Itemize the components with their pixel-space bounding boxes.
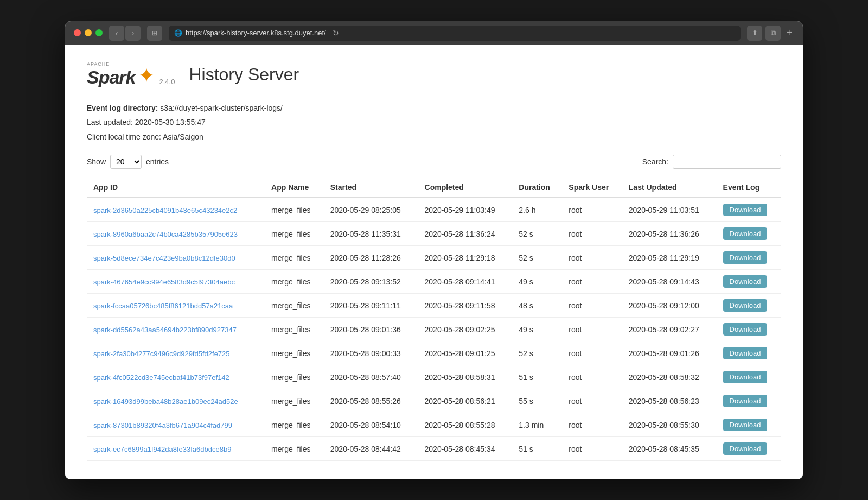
cell-spark-user: root — [562, 294, 622, 318]
download-button[interactable]: Download — [723, 227, 768, 240]
download-button[interactable]: Download — [723, 419, 768, 431]
show-label: Show — [87, 157, 106, 166]
cell-app-name: merge_files — [265, 389, 324, 413]
download-button[interactable]: Download — [723, 395, 768, 407]
table-row: spark-2d3650a225cb4091b43e65c43234e2c2me… — [87, 198, 781, 222]
app-id-link[interactable]: spark-467654e9cc994e6583d9c5f97304aebc — [93, 278, 235, 286]
cell-last-updated: 2020-05-28 09:01:26 — [622, 341, 717, 365]
show-select[interactable]: 20 50 100 — [110, 155, 142, 169]
app-id-link[interactable]: spark-4fc0522cd3e745ecbaf41b73f97ef142 — [93, 374, 229, 382]
globe-icon: 🌐 — [174, 29, 182, 37]
table-row: spark-dd5562a43aa54694b223bf890d927347me… — [87, 318, 781, 341]
download-button[interactable]: Download — [723, 275, 768, 288]
download-button[interactable]: Download — [723, 347, 768, 359]
cell-app-name: merge_files — [265, 294, 324, 318]
tab-manager-button[interactable]: ⧉ — [765, 26, 781, 41]
sidebar-button[interactable]: ⊞ — [147, 26, 162, 41]
browser-window: ‹ › ⊞ 🌐 https://spark-history-server.k8s… — [65, 21, 803, 479]
cell-event-log: Download — [717, 437, 781, 461]
app-id-link[interactable]: spark-2fa30b4277c9496c9d929fd5fd2fe725 — [93, 350, 230, 358]
back-button[interactable]: ‹ — [109, 26, 124, 41]
app-id-link[interactable]: spark-5d8ece734e7c423e9ba0b8c12dfe30d0 — [93, 254, 235, 262]
cell-event-log: Download — [717, 246, 781, 270]
cell-app-id: spark-16493d99beba48b28ae1b09ec24ad52e — [87, 389, 265, 413]
cell-spark-user: root — [562, 413, 622, 437]
cell-started: 2020-05-29 08:25:05 — [324, 198, 418, 222]
cell-app-id: spark-fccaa05726bc485f86121bdd57a21caa — [87, 294, 265, 318]
cell-started: 2020-05-28 09:11:11 — [324, 294, 418, 318]
download-button[interactable]: Download — [723, 299, 768, 312]
reload-button[interactable]: ↻ — [333, 29, 339, 37]
share-button[interactable]: ⬆ — [747, 26, 762, 41]
cell-completed: 2020-05-28 09:14:41 — [418, 270, 513, 294]
app-id-link[interactable]: spark-16493d99beba48b28ae1b09ec24ad52e — [93, 397, 238, 406]
cell-spark-user: root — [562, 318, 622, 341]
cell-app-id: spark-2fa30b4277c9496c9d929fd5fd2fe725 — [87, 341, 265, 365]
cell-last-updated: 2020-05-28 08:56:23 — [622, 389, 717, 413]
cell-started: 2020-05-28 09:01:36 — [324, 318, 418, 341]
cell-completed: 2020-05-28 09:11:58 — [418, 294, 513, 318]
cell-duration: 48 s — [512, 294, 562, 318]
table-row: spark-8960a6baa2c74b0ca4285b357905e623me… — [87, 222, 781, 246]
cell-completed: 2020-05-28 08:58:31 — [418, 365, 513, 389]
maximize-button[interactable] — [95, 29, 103, 36]
cell-last-updated: 2020-05-28 09:02:27 — [622, 318, 717, 341]
timezone-row: Client local time zone: Asia/Saigon — [87, 130, 781, 144]
cell-duration: 51 s — [512, 365, 562, 389]
add-tab-button[interactable]: + — [784, 26, 794, 41]
log-dir-row: Event log directory: s3a://duyet-spark-c… — [87, 101, 781, 116]
download-button[interactable]: Download — [723, 251, 768, 264]
spark-text: Spark — [87, 67, 136, 88]
close-button[interactable] — [74, 29, 81, 36]
cell-app-id: spark-5d8ece734e7c423e9ba0b8c12dfe30d0 — [87, 246, 265, 270]
cell-started: 2020-05-28 09:00:33 — [324, 341, 418, 365]
address-bar[interactable]: 🌐 https://spark-history-server.k8s.stg.d… — [169, 26, 741, 41]
table-row: spark-2fa30b4277c9496c9d929fd5fd2fe725me… — [87, 341, 781, 365]
download-button[interactable]: Download — [723, 204, 768, 216]
last-updated-value: 2020-05-30 13:55:47 — [135, 118, 206, 126]
cell-spark-user: root — [562, 246, 622, 270]
forward-button[interactable]: › — [125, 26, 141, 41]
col-completed: Completed — [418, 178, 513, 198]
search-section: Search: — [642, 155, 781, 169]
cell-completed: 2020-05-28 09:01:25 — [418, 341, 513, 365]
col-app-name: App Name — [265, 178, 324, 198]
cell-spark-user: root — [562, 365, 622, 389]
col-started: Started — [324, 178, 418, 198]
cell-completed: 2020-05-28 11:29:18 — [418, 246, 513, 270]
cell-app-id: spark-467654e9cc994e6583d9c5f97304aebc — [87, 270, 265, 294]
timezone-value: Asia/Saigon — [163, 132, 203, 141]
entries-label: entries — [146, 157, 169, 166]
browser-titlebar: ‹ › ⊞ 🌐 https://spark-history-server.k8s… — [65, 21, 803, 45]
app-id-link[interactable]: spark-2d3650a225cb4091b43e65c43234e2c2 — [93, 206, 237, 214]
table-row: spark-fccaa05726bc485f86121bdd57a21caame… — [87, 294, 781, 318]
app-id-link[interactable]: spark-dd5562a43aa54694b223bf890d927347 — [93, 326, 237, 334]
log-dir-label: Event log directory: — [87, 104, 158, 112]
download-button[interactable]: Download — [723, 371, 768, 383]
search-input[interactable] — [673, 155, 781, 169]
cell-duration: 52 s — [512, 341, 562, 365]
cell-event-log: Download — [717, 389, 781, 413]
download-button[interactable]: Download — [723, 442, 768, 455]
nav-buttons: ‹ › — [109, 26, 141, 41]
app-id-link[interactable]: spark-8960a6baa2c74b0ca4285b357905e623 — [93, 230, 238, 238]
spark-logo: APACHE Spark ✦ 2.4.0 — [87, 61, 175, 88]
url-text: https://spark-history-server.k8s.stg.duy… — [186, 29, 326, 37]
cell-spark-user: root — [562, 270, 622, 294]
app-id-link[interactable]: spark-87301b89320f4a3fb671a904c4fad799 — [93, 421, 232, 429]
app-header: APACHE Spark ✦ 2.4.0 History Server — [87, 61, 781, 88]
app-id-link[interactable]: spark-ec7c6899a1f942da8fe33fa6dbdce8b9 — [93, 445, 231, 453]
col-app-id: App ID — [87, 178, 265, 198]
cell-last-updated: 2020-05-28 08:45:35 — [622, 437, 717, 461]
toolbar-right: ⬆ ⧉ + — [747, 26, 794, 41]
cell-duration: 49 s — [512, 270, 562, 294]
controls-row: Show 20 50 100 entries Search: — [87, 155, 781, 169]
apache-label: APACHE — [87, 61, 110, 67]
cell-spark-user: root — [562, 222, 622, 246]
minimize-button[interactable] — [85, 29, 92, 36]
cell-app-name: merge_files — [265, 413, 324, 437]
cell-app-name: merge_files — [265, 341, 324, 365]
cell-spark-user: root — [562, 389, 622, 413]
app-id-link[interactable]: spark-fccaa05726bc485f86121bdd57a21caa — [93, 302, 233, 310]
download-button[interactable]: Download — [723, 323, 768, 336]
